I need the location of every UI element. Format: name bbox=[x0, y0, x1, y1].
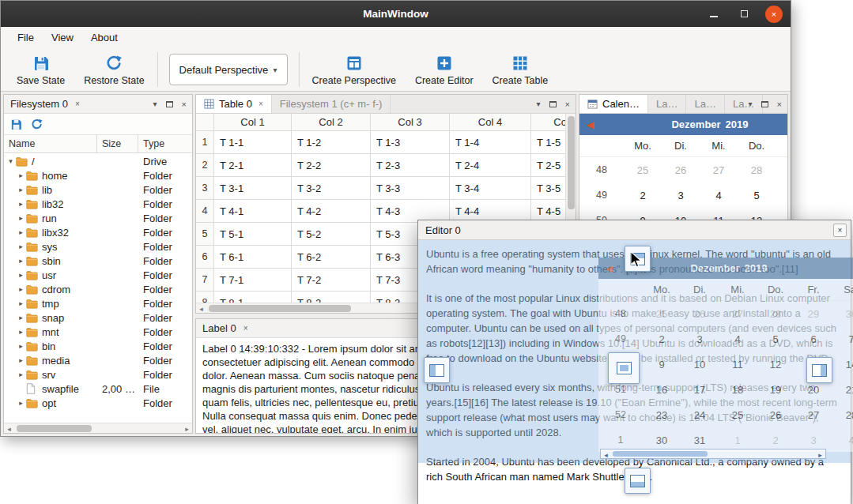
expand-arrow-icon[interactable]: ▸ bbox=[16, 243, 26, 250]
calendar-day[interactable]: 14 bbox=[832, 352, 853, 377]
filesystem-row-swapfile[interactable]: swapfile2,00 …File bbox=[4, 382, 192, 396]
dock-indicator-left[interactable] bbox=[424, 357, 450, 383]
table-cell[interactable]: T 6-1 bbox=[214, 246, 292, 269]
table-cell[interactable]: T 5-1 bbox=[214, 223, 292, 246]
calendar-day[interactable]: 3 bbox=[662, 182, 700, 208]
row-header[interactable]: 1 bbox=[196, 131, 214, 154]
filesystem-row-media[interactable]: ▸mediaFolder bbox=[4, 353, 192, 367]
collapse-arrow-icon[interactable]: ▾ bbox=[6, 157, 16, 165]
horizontal-scrollbar[interactable]: ◂ ▸ bbox=[4, 423, 192, 433]
row-header[interactable]: 2 bbox=[196, 154, 214, 177]
expand-arrow-icon[interactable]: ▸ bbox=[16, 285, 26, 293]
filesystem-row-home[interactable]: ▸homeFolder bbox=[4, 168, 192, 182]
dock-indicator-bottom[interactable] bbox=[625, 468, 651, 494]
row-header[interactable]: 5 bbox=[196, 223, 214, 246]
tab-close-icon[interactable]: × bbox=[259, 100, 263, 108]
calendar-day[interactable]: 28 bbox=[738, 157, 776, 182]
dock-menu-icon[interactable]: ▾ bbox=[537, 100, 541, 108]
calendar-day[interactable]: 17 bbox=[681, 377, 719, 402]
table-cell[interactable]: T 7-2 bbox=[292, 269, 371, 291]
expand-arrow-icon[interactable]: ▸ bbox=[16, 299, 26, 307]
expand-arrow-icon[interactable]: ▸ bbox=[16, 342, 26, 350]
editor-close-button[interactable]: × bbox=[833, 224, 847, 237]
table-cell[interactable]: T 4-1 bbox=[214, 200, 292, 223]
dock-menu-icon[interactable]: ▾ bbox=[153, 100, 157, 108]
calendar-month-year[interactable]: Dezember 2019 bbox=[579, 114, 788, 135]
table-cell[interactable]: T 8-1 bbox=[214, 291, 292, 303]
maximize-button[interactable] bbox=[735, 6, 753, 23]
calendar-day[interactable]: 27 bbox=[794, 402, 832, 427]
dock-close-icon[interactable]: × bbox=[243, 324, 248, 333]
table-cell[interactable]: T 5-2 bbox=[292, 223, 371, 246]
table-cell[interactable]: T 3-1 bbox=[214, 177, 292, 200]
calendar-day[interactable]: 30 bbox=[832, 301, 853, 326]
tab-table-0[interactable]: Table 0× bbox=[196, 95, 272, 113]
table-cell[interactable]: T 2-2 bbox=[292, 154, 371, 177]
save-state-button[interactable]: Save State bbox=[7, 51, 74, 88]
expand-arrow-icon[interactable]: ▸ bbox=[16, 399, 26, 407]
close-button[interactable]: × bbox=[765, 6, 783, 23]
dock-float-icon[interactable] bbox=[166, 101, 173, 107]
row-header[interactable]: 4 bbox=[196, 200, 214, 223]
perspective-combo[interactable]: Default Perspective ▾ bbox=[169, 54, 288, 85]
table-cell[interactable]: T 1-2 bbox=[292, 131, 371, 154]
expand-arrow-icon[interactable]: ▸ bbox=[16, 370, 26, 378]
dock-close-icon[interactable]: × bbox=[565, 100, 570, 109]
calendar-day[interactable]: 12 bbox=[757, 352, 794, 377]
column-header-type[interactable]: Type bbox=[138, 135, 192, 152]
calendar-day[interactable]: 29 bbox=[794, 301, 832, 326]
expand-arrow-icon[interactable]: ▸ bbox=[16, 314, 26, 322]
expand-arrow-icon[interactable]: ▸ bbox=[16, 200, 26, 208]
calendar-day[interactable]: 28 bbox=[832, 402, 853, 427]
calendar-day[interactable]: 16 bbox=[643, 377, 681, 402]
table-cell[interactable]: T 2-3 bbox=[371, 154, 450, 177]
row-header[interactable]: 8 bbox=[196, 291, 214, 303]
table-cell[interactable]: T 1-4 bbox=[450, 131, 531, 154]
calendar-day[interactable]: 25 bbox=[643, 301, 681, 326]
dock-close-icon[interactable]: × bbox=[777, 100, 782, 109]
calendar-day[interactable]: 26 bbox=[662, 157, 700, 182]
menu-item-about[interactable]: About bbox=[82, 27, 126, 48]
calendar-day[interactable]: 2 bbox=[624, 182, 662, 208]
table-cell[interactable]: T 2-5 bbox=[531, 154, 565, 177]
calendar-day[interactable]: 6 bbox=[794, 326, 832, 352]
create-editor-button[interactable]: Create Editor bbox=[406, 51, 483, 88]
calendar-day[interactable]: 23 bbox=[643, 402, 681, 427]
dock-menu-icon[interactable]: ▾ bbox=[749, 100, 753, 108]
filesystem-row-tmp[interactable]: ▸tmpFolder bbox=[4, 296, 192, 310]
expand-arrow-icon[interactable]: ▸ bbox=[16, 356, 26, 364]
restore-state-button[interactable]: Restore State bbox=[74, 51, 153, 88]
tab-calen[interactable]: Calen… bbox=[579, 95, 648, 113]
expand-arrow-icon[interactable]: ▸ bbox=[16, 214, 26, 222]
calendar-day[interactable]: 27 bbox=[700, 157, 738, 182]
calendar-day[interactable]: 6 bbox=[776, 182, 788, 208]
menu-item-view[interactable]: View bbox=[43, 27, 82, 48]
row-header[interactable]: 7 bbox=[196, 269, 214, 291]
scroll-right-icon[interactable]: ▸ bbox=[182, 423, 192, 434]
expand-arrow-icon[interactable]: ▸ bbox=[16, 257, 26, 265]
dock-float-icon[interactable] bbox=[761, 101, 768, 107]
tab-la[interactable]: La… bbox=[686, 95, 724, 113]
minimize-button[interactable] bbox=[705, 6, 723, 23]
tab-filesystem-1-c-m-f[interactable]: Filesystem 1 (c+ m- f-) bbox=[272, 95, 391, 113]
row-header[interactable]: 6 bbox=[196, 246, 214, 269]
dock-float-icon[interactable] bbox=[549, 101, 557, 107]
calendar-day[interactable]: 29 bbox=[776, 157, 788, 182]
calendar-day[interactable]: 7 bbox=[832, 326, 853, 352]
calendar-day[interactable]: 4 bbox=[700, 182, 738, 208]
filesystem-row-bin[interactable]: ▸binFolder bbox=[4, 339, 192, 353]
calendar-day[interactable]: 9 bbox=[643, 352, 681, 377]
filesystem-row-cdrom[interactable]: ▸cdromFolder bbox=[4, 282, 192, 296]
table-cell[interactable]: T 4-2 bbox=[292, 200, 371, 223]
scrollbar-thumb[interactable] bbox=[568, 116, 575, 209]
save-icon[interactable] bbox=[9, 118, 23, 131]
expand-arrow-icon[interactable]: ▸ bbox=[16, 186, 26, 194]
scrollbar-thumb[interactable] bbox=[209, 305, 351, 312]
table-cell[interactable]: T 2-4 bbox=[450, 154, 531, 177]
table-cell[interactable]: T 7-1 bbox=[214, 269, 292, 291]
titlebar[interactable]: MainWindow × bbox=[1, 1, 791, 27]
filesystem-dock-titlebar[interactable]: Filesystem 0 × ▾ × bbox=[4, 95, 192, 114]
row-header[interactable]: 3 bbox=[196, 177, 214, 200]
dock-close-icon[interactable]: × bbox=[182, 100, 187, 109]
calendar-day[interactable]: 4 bbox=[832, 427, 853, 452]
